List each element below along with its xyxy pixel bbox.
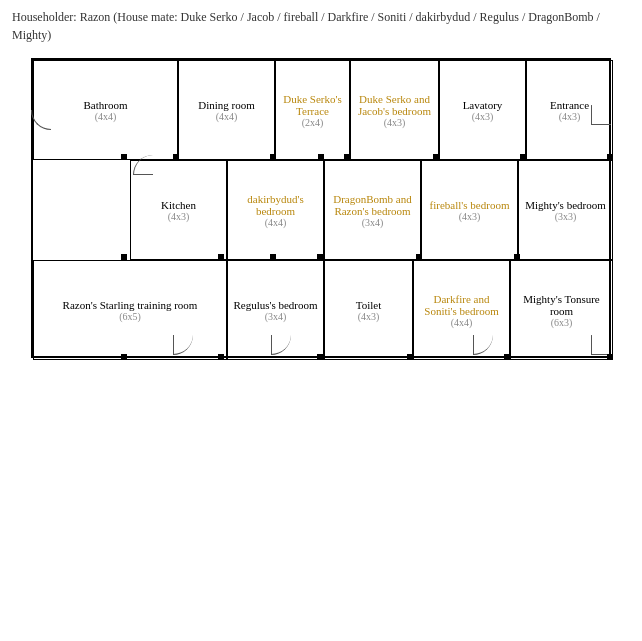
door-square [344,154,350,160]
room-name-mightys-tonsure-room: Mighty's Tonsure room [513,293,610,317]
room-razons-starling-training: Razon's Starling training room(6x5) [33,260,227,360]
door-square [504,354,510,360]
floorplan: Bathroom(4x4)Dining room(4x4)Duke Serko'… [31,58,611,358]
room-dining-room: Dining room(4x4) [178,60,275,160]
room-size-regulus-bedroom: (3x4) [265,311,287,322]
room-size-dragonbomb-razons-bedroom: (3x4) [362,217,384,228]
door-square [317,254,323,260]
room-size-dining-room: (4x4) [216,111,238,122]
room-name-regulus-bedroom: Regulus's bedroom [233,299,317,311]
room-size-lavatory: (4x3) [472,111,494,122]
door-square [318,154,324,160]
room-name-kitchen: Kitchen [161,199,196,211]
room-size-bathroom: (4x4) [95,111,117,122]
room-name-darkfire-soniti-bedroom: Darkfire and Soniti's bedroom [416,293,507,317]
room-size-mightys-tonsure-room: (6x3) [551,317,573,328]
room-size-razons-starling-training: (6x5) [119,311,141,322]
door-square [416,254,422,260]
room-name-razons-starling-training: Razon's Starling training room [63,299,198,311]
header-text: Householder: Razon (House mate: Duke Ser… [12,10,600,42]
room-size-mightys-bedroom: (3x3) [555,211,577,222]
door-square [514,254,520,260]
room-size-darkfire-soniti-bedroom: (4x4) [451,317,473,328]
room-duke-serko-jacobs-bedroom: Duke Serko and Jacob's bedroom(4x3) [350,60,439,160]
room-name-duke-serko-jacobs-bedroom: Duke Serko and Jacob's bedroom [353,93,436,117]
door-square [317,354,323,360]
room-bathroom: Bathroom(4x4) [33,60,178,160]
room-duke-serko-terrace: Duke Serko's Terrace(2x4) [275,60,350,160]
door-square [607,354,613,360]
room-size-entrance: (4x3) [559,111,581,122]
householder-info: Householder: Razon (House mate: Duke Ser… [0,0,642,48]
room-name-entrance: Entrance [550,99,589,111]
door-square [218,254,224,260]
door-square [407,354,413,360]
door-square [520,154,526,160]
room-name-dragonbomb-razons-bedroom: DragonBomb and Razon's bedroom [327,193,418,217]
room-name-duke-serko-terrace: Duke Serko's Terrace [278,93,347,117]
room-name-mightys-bedroom: Mighty's bedroom [525,199,606,211]
room-size-fireballs-bedroom: (4x3) [459,211,481,222]
room-darkfire-soniti-bedroom: Darkfire and Soniti's bedroom(4x4) [413,260,510,360]
floorplan-container: Bathroom(4x4)Dining room(4x4)Duke Serko'… [0,48,642,368]
room-mightys-bedroom: Mighty's bedroom(3x3) [518,160,613,260]
door-square [218,354,224,360]
room-name-dining-room: Dining room [198,99,255,111]
room-size-duke-serko-jacobs-bedroom: (4x3) [384,117,406,128]
door-square [270,154,276,160]
room-name-toilet: Toilet [356,299,382,311]
room-size-duke-serko-terrace: (2x4) [302,117,324,128]
door-square [433,154,439,160]
door-square [121,254,127,260]
door-square [121,354,127,360]
door-square [270,254,276,260]
room-size-toilet: (4x3) [358,311,380,322]
room-lavatory: Lavatory(4x3) [439,60,526,160]
room-size-dakirbydud-bedroom: (4x4) [265,217,287,228]
room-size-kitchen: (4x3) [168,211,190,222]
room-fireballs-bedroom: fireball's bedroom(4x3) [421,160,518,260]
door-square [121,154,127,160]
door-square [607,154,613,160]
room-name-lavatory: Lavatory [463,99,503,111]
room-name-bathroom: Bathroom [84,99,128,111]
door-square [173,154,179,160]
room-toilet: Toilet(4x3) [324,260,413,360]
room-name-dakirbydud-bedroom: dakirbydud's bedroom [230,193,321,217]
room-name-fireballs-bedroom: fireball's bedroom [430,199,510,211]
room-dragonbomb-razons-bedroom: DragonBomb and Razon's bedroom(3x4) [324,160,421,260]
room-dakirbydud-bedroom: dakirbydud's bedroom(4x4) [227,160,324,260]
room-kitchen: Kitchen(4x3) [130,160,227,260]
